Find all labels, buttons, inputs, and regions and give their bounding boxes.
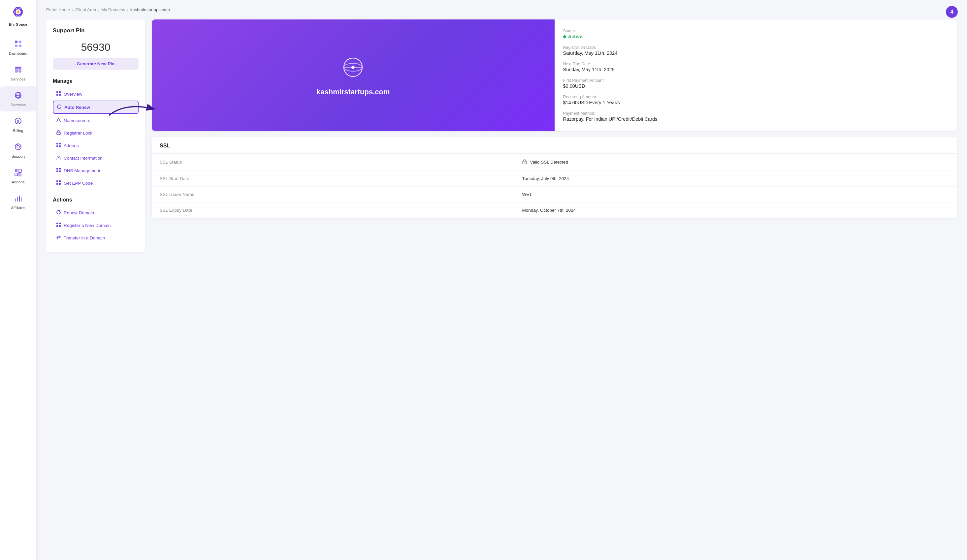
nameservers-icon [56,117,61,124]
sidebar-item-billing[interactable]: $ Billing [0,112,36,137]
svg-rect-50 [56,183,58,185]
svg-rect-40 [59,143,61,145]
sidebar-item-affiliates-label: Affiliates [11,206,25,210]
svg-rect-28 [17,197,18,201]
sidebar-item-addons[interactable]: Addons [0,163,36,189]
action-register-domain[interactable]: Register a New Domain [53,219,139,231]
logo-icon [10,6,26,22]
domain-name: kashmirstartups.com [317,88,390,96]
payment-method-value: Razorpay, For Indian UPI/Credit/Debit Ca… [563,117,949,122]
sidebar-item-domains[interactable]: www Domains [0,86,36,112]
ssl-header: SSL [152,137,957,154]
manage-item-epp-code[interactable]: Get EPP Code [53,177,139,189]
ssl-status-row: SSL Status Valid SSL Detected [152,154,957,171]
domain-visual: kashmirstartups.com [152,20,554,131]
registrar-lock-icon [56,130,61,136]
support-pin-number: 56930 [53,41,139,53]
manage-item-auto-renew[interactable]: Auto Renew [53,100,139,114]
ssl-table: SSL Status Valid SSL Detected SSL Start … [152,154,957,218]
breadcrumb-portal-home[interactable]: Portal Home [46,7,70,12]
manage-item-epp-code-label: Get EPP Code [64,181,93,186]
svg-rect-4 [15,41,18,43]
manage-item-overview-label: Overview [64,92,82,97]
manage-item-nameservers[interactable]: Nameservers [53,114,139,126]
left-panel: Support Pin 56930 Generate New Pin Manag… [46,20,145,252]
svg-rect-6 [15,44,18,47]
svg-point-3 [17,11,20,13]
domain-recurring-row: Recurring Amount: $14.00USD Every 1 Year… [563,95,949,105]
generate-new-pin-button[interactable]: Generate New Pin [53,58,139,69]
svg-line-37 [57,118,59,122]
ssl-start-label: SSL Start Date [152,171,514,187]
svg-rect-10 [18,69,21,72]
manage-item-addons[interactable]: Addons [53,140,139,152]
domain-status-value: Active [563,34,949,39]
svg-rect-24 [18,173,21,176]
right-panel: kashmirstartups.com Status: Active Regis… [152,20,957,252]
affiliates-icon [14,194,22,204]
svg-rect-8 [15,67,21,69]
next-due-label: Next Due Date: [563,62,949,66]
sidebar-item-addons-label: Addons [12,180,25,184]
ssl-expiry-label: SSL Expiry Date [152,203,514,218]
domain-next-due-row: Next Due Date: Sunday, May 11th, 2025 [563,62,949,72]
sidebar-item-services[interactable]: Services [0,61,36,86]
status-label: Status: [563,29,949,33]
action-renew-domain-label: Renew Domain [64,211,94,215]
register-domain-icon [56,222,61,228]
svg-rect-46 [56,171,58,172]
breadcrumb-sep-2: / [98,7,99,12]
svg-point-18 [17,145,20,148]
action-renew-domain[interactable]: Renew Domain [53,207,139,219]
domains-icon: www [14,91,22,102]
domain-status-row: Status: Active [563,29,949,39]
svg-rect-9 [15,69,18,72]
svg-rect-23 [15,173,18,176]
sidebar-item-dashboard[interactable]: Dashboard [0,35,36,60]
svg-rect-33 [56,94,58,96]
registration-date-value: Saturday, May 11th, 2024 [563,51,949,56]
first-payment-value: $0.00USD [563,84,949,89]
manage-item-dns-mgmt-label: DNS Management [64,168,100,173]
svg-rect-7 [19,44,21,47]
sidebar-item-support[interactable]: Support [0,138,36,163]
sidebar-item-services-label: Services [11,77,25,81]
svg-rect-5 [19,41,21,43]
billing-icon: $ [14,117,22,127]
manage-item-registrar-lock[interactable]: Registrar Lock [53,127,139,139]
dns-mgmt-icon [56,168,61,173]
actions-title: Actions [53,197,139,203]
breadcrumb-client-area[interactable]: Client Area [75,7,96,12]
status-dot [563,35,566,38]
contact-info-icon [56,155,61,161]
svg-rect-39 [56,143,58,145]
svg-point-43 [58,156,59,158]
breadcrumb: Portal Home / Client Area / My Domains /… [46,7,957,12]
manage-item-addons-label: Addons [64,143,79,148]
manage-item-dns-mgmt[interactable]: DNS Management [53,165,139,176]
svg-rect-48 [56,180,58,182]
renew-domain-icon [56,210,61,216]
content-grid: Support Pin 56930 Generate New Pin Manag… [46,20,957,252]
sidebar-logo: Ely Space [9,3,27,29]
dashboard-icon [14,40,22,50]
sidebar-item-affiliates[interactable]: Affiliates [0,189,36,214]
svg-rect-55 [59,225,61,227]
action-transfer-domain[interactable]: Transfer in a Domain [53,232,139,244]
domain-registration-row: Registration Date: Saturday, May 11th, 2… [563,45,949,56]
breadcrumb-my-domains[interactable]: My Domains [101,7,125,12]
manage-item-auto-renew-label: Auto Renew [64,105,90,110]
svg-rect-53 [59,222,61,224]
svg-rect-49 [59,180,61,182]
breadcrumb-sep-3: / [127,7,128,12]
ssl-issuer-value: WE1 [514,187,957,202]
registration-date-label: Registration Date: [563,45,949,50]
epp-code-icon [56,180,61,186]
manage-item-overview[interactable]: Overview [53,88,139,100]
notification-badge[interactable]: 4 [946,6,958,18]
manage-item-contact-info[interactable]: Contact Information [53,152,139,164]
recurring-label: Recurring Amount: [563,95,949,99]
overview-icon [56,91,61,97]
lock-icon [522,159,527,165]
main-content: Portal Home / Client Area / My Domains /… [36,0,967,560]
